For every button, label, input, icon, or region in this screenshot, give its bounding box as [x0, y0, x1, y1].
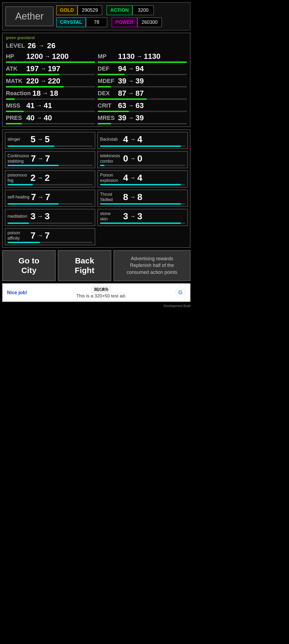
stat-arrow-def: →	[128, 65, 134, 72]
skill-top-9: stoneskin 3 → 3	[100, 211, 185, 221]
skill-level-to-3: 0	[137, 153, 142, 164]
skill-top-1: Backstab 4 → 4	[100, 134, 185, 144]
stat-bar-container-mdef	[98, 86, 187, 87]
stat-bar-container-mres	[98, 123, 187, 124]
stat-to-mp: 1130	[144, 52, 160, 61]
skill-arrow-5: →	[130, 174, 136, 181]
skill-bar-4	[7, 184, 33, 185]
stat-bar-dex	[98, 98, 147, 100]
skill-card-10: poisonaffinity 7 → 7	[5, 228, 95, 245]
skill-bar-7	[100, 203, 181, 205]
level-arrow: →	[39, 42, 44, 49]
advertising-rewards-button[interactable]: Advertising rewardsReplenish half of the…	[113, 250, 191, 281]
level-from: 26	[28, 41, 36, 50]
gold-value: 290529	[78, 5, 102, 15]
skill-arrow-6: →	[38, 194, 44, 201]
skill-name-0: stinger	[7, 137, 29, 142]
stat-arrow-miss: →	[36, 102, 42, 109]
go-to-city-button[interactable]: Go toCity	[2, 250, 56, 281]
skill-level-to-8: 3	[45, 211, 50, 221]
resource-grid: GOLD 290529 ACTION 3200 CRYSTAL 78 POWER…	[56, 5, 187, 27]
stat-mres: MRES 39 → 39	[98, 113, 187, 124]
stat-to-reaction: 18	[50, 89, 58, 98]
action-value: 3200	[132, 5, 154, 15]
skill-name-5: Poisonexplosion	[100, 172, 121, 183]
stat-from-pres: 40	[26, 114, 35, 122]
stat-label-miss: MISS	[6, 102, 25, 109]
skill-bar-container-9	[100, 223, 185, 224]
skill-name-1: Backstab	[100, 137, 121, 142]
skill-arrow-2: →	[37, 155, 43, 162]
stat-mdef: MDEF 39 → 39	[98, 76, 187, 87]
skills-panel: stinger 5 → 5 Backstab 4 → 4 Continuouss…	[2, 129, 191, 248]
skill-card-5: Poisonexplosion 4 → 4	[97, 170, 188, 187]
stat-bar-crit	[98, 111, 129, 112]
dev-build-label: Development Build	[0, 304, 193, 308]
skill-bar-10	[7, 242, 40, 243]
stat-bar-container-mp	[98, 62, 187, 63]
skill-bar-0	[7, 145, 54, 147]
ad-logo-icon: G	[175, 287, 186, 298]
skill-level-from-8: 3	[31, 211, 36, 221]
power-item: POWER 260300	[112, 17, 162, 27]
stat-arrow-dex: →	[128, 90, 134, 97]
back-fight-button[interactable]: BackFight	[58, 250, 111, 281]
stat-matk: MATK 220 → 220	[6, 76, 95, 87]
skill-level-to-10: 7	[45, 230, 50, 241]
stat-from-mres: 39	[118, 114, 126, 122]
skill-level-to-0: 5	[45, 134, 50, 144]
stat-crit: CRIT 63 → 63	[98, 101, 187, 112]
stat-from-matk: 220	[26, 77, 39, 85]
skill-bar-container-0	[7, 145, 93, 147]
skills-grid: stinger 5 → 5 Backstab 4 → 4 Continuouss…	[5, 132, 188, 245]
stat-arrow-pres: →	[36, 114, 42, 121]
stat-from-crit: 63	[118, 101, 126, 110]
stat-bar-atk	[6, 74, 59, 75]
skill-name-9: stoneskin	[100, 211, 121, 221]
stat-arrow-reaction: →	[42, 90, 48, 97]
skill-card-3: telekinesiscombo 0 → 0	[97, 151, 188, 168]
stat-atk: ATK 197 → 197	[6, 64, 95, 75]
skill-top-10: poisonaffinity 7 → 7	[7, 230, 93, 241]
level-row: LEVEL 26 → 26	[6, 41, 187, 50]
svg-text:G: G	[178, 289, 182, 295]
skill-bar-container-10	[7, 242, 93, 243]
stat-from-dex: 87	[118, 89, 126, 98]
skill-card-1: Backstab 4 → 4	[97, 132, 188, 149]
skill-level-to-9: 3	[137, 211, 142, 221]
skill-top-7: ThrustSkilled 8 → 8	[100, 192, 185, 202]
resource-row-top: GOLD 290529 ACTION 3200	[56, 5, 187, 15]
skill-level-from-2: 7	[31, 153, 36, 164]
location-bar: green grassland	[6, 35, 187, 40]
stat-from-mdef: 39	[118, 77, 126, 85]
header-panel: Aether GOLD 290529 ACTION 3200 CRYSTAL 7…	[2, 2, 191, 30]
skill-level-from-9: 3	[123, 211, 128, 221]
stat-bar-container-hp	[6, 62, 95, 63]
skill-bar-container-6	[7, 203, 93, 205]
stat-bar-matk	[6, 86, 64, 87]
stats-grid: HP 1200 → 1200 MP 1130 → 1130 ATK 197	[6, 52, 187, 124]
skill-bar-2	[7, 165, 59, 166]
skill-top-4: poisonousfog 2 → 2	[7, 172, 93, 183]
stat-label-matk: MATK	[6, 78, 25, 85]
stat-label-mp: MP	[98, 53, 116, 60]
skill-level-from-1: 4	[123, 134, 128, 144]
skill-level-from-0: 5	[31, 134, 36, 144]
character-name: Aether	[15, 11, 44, 22]
stat-arrow-mres: →	[128, 114, 134, 121]
stat-bar-miss	[6, 111, 24, 112]
skill-arrow-7: →	[130, 194, 136, 201]
bottom-buttons: Go toCity BackFight Advertising rewardsR…	[2, 250, 191, 281]
skill-bar-1	[100, 145, 181, 147]
stats-panel: green grassland LEVEL 26 → 26 HP 1200 → …	[2, 33, 191, 127]
stat-label-mdef: MDEF	[98, 78, 116, 85]
skill-name-3: telekinesiscombo	[100, 153, 121, 163]
skill-name-2: Continuousstabbing	[7, 153, 29, 163]
skill-top-0: stinger 5 → 5	[7, 134, 93, 144]
stat-arrow-mdef: →	[128, 78, 134, 85]
power-value: 260300	[137, 17, 162, 27]
stat-from-mp: 1130	[118, 52, 135, 61]
skill-level-to-5: 4	[137, 172, 142, 183]
skill-arrow-3: →	[130, 155, 136, 162]
stat-to-mdef: 39	[135, 77, 144, 85]
